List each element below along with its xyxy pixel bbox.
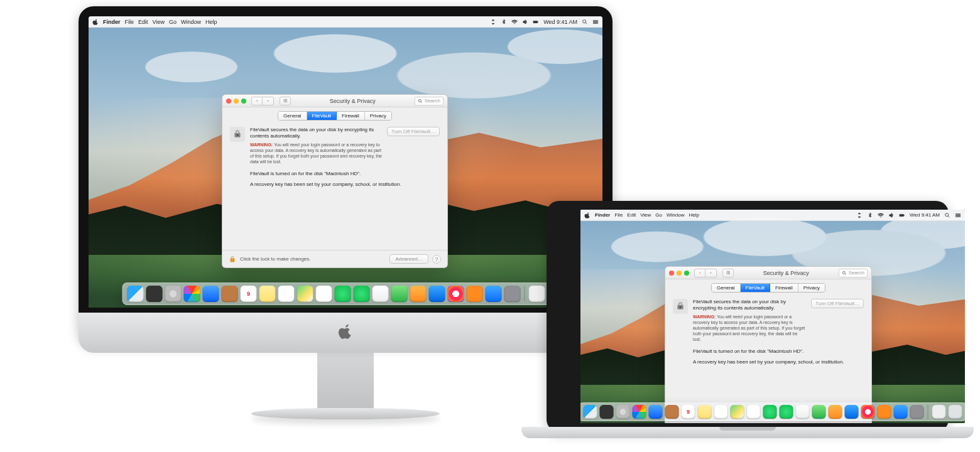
bluetooth-icon[interactable] [867, 212, 873, 218]
menubar-item[interactable]: Go [169, 19, 177, 25]
advanced-button[interactable]: Advanced… [389, 254, 428, 264]
dock-tile-ibooks[interactable] [878, 405, 891, 419]
menubar-item[interactable]: View [640, 212, 651, 218]
menubar-item[interactable]: Help [689, 212, 699, 218]
tab-firewall[interactable]: Firewall [770, 284, 798, 292]
search-field[interactable]: Search [415, 97, 444, 105]
menubar-item[interactable]: File [614, 212, 623, 218]
wifi-icon[interactable] [511, 19, 518, 25]
window-titlebar[interactable]: ‹ › ⊞ Security & Privacy Search [665, 267, 871, 279]
menubar-app-name[interactable]: Finder [103, 19, 121, 25]
dock-tile-launchpad[interactable] [616, 405, 630, 419]
dock-tile-finder[interactable] [584, 405, 597, 419]
dock-tile-photo booth[interactable] [796, 405, 810, 419]
fast-user-switch-icon[interactable] [856, 212, 863, 218]
notification-center-icon[interactable] [955, 212, 961, 218]
dock-tile-safari[interactable] [633, 405, 646, 419]
dock-tile-system preferences[interactable] [910, 405, 924, 419]
dock-tile-itunes[interactable] [861, 405, 875, 419]
battery-icon[interactable] [533, 19, 539, 25]
dock-tile-notes[interactable] [259, 286, 276, 302]
help-button[interactable]: ? [432, 255, 441, 264]
turn-off-filevault-button[interactable]: Turn Off FileVault… [387, 127, 440, 136]
dock-tile-mail[interactable] [649, 405, 663, 419]
tab-firewall[interactable]: Firewall [337, 112, 365, 120]
menubar-item[interactable]: Edit [138, 19, 148, 25]
dock-tile-calendar[interactable]: 9 [241, 286, 257, 302]
zoom-button[interactable] [684, 271, 689, 276]
bluetooth-icon[interactable] [501, 19, 507, 25]
dock-tile-pages[interactable] [410, 286, 427, 302]
dock-tile-numbers[interactable] [391, 286, 408, 302]
dock-tile-launchpad[interactable] [165, 286, 182, 302]
close-button[interactable] [669, 271, 674, 276]
fast-user-switch-icon[interactable] [490, 19, 496, 25]
dock-tile-mail[interactable] [203, 286, 219, 302]
tab-filevault[interactable]: FileVault [741, 284, 771, 292]
spotlight-icon[interactable] [944, 212, 950, 218]
volume-icon[interactable] [522, 19, 528, 25]
spotlight-icon[interactable] [582, 19, 588, 25]
dock-tile-keynote[interactable] [845, 405, 859, 419]
back-button[interactable]: ‹ [694, 269, 705, 277]
dock-tile-itunes[interactable] [448, 286, 464, 302]
forward-button[interactable]: › [705, 269, 717, 277]
dock-tile-messages[interactable] [763, 405, 777, 419]
minimize-button[interactable] [234, 99, 239, 104]
menubar-app-name[interactable]: Finder [595, 212, 610, 218]
dock-tile-downloads[interactable] [932, 405, 946, 419]
minimize-button[interactable] [677, 271, 682, 276]
menubar-item[interactable]: Window [667, 212, 684, 218]
search-field[interactable]: Search [839, 269, 868, 277]
dock-tile-dashboard[interactable] [600, 405, 614, 419]
forward-button[interactable]: › [263, 97, 274, 105]
menubar-item[interactable]: View [153, 19, 165, 25]
dock-tile-maps[interactable] [297, 286, 313, 302]
dock-tile-facetime[interactable] [780, 405, 793, 419]
menubar-clock[interactable]: Wed 9:41 AM [910, 212, 940, 218]
volume-icon[interactable] [888, 212, 895, 218]
window-titlebar[interactable]: ‹ › ⊞ Security & Privacy Search [222, 95, 447, 107]
dock-tile-numbers[interactable] [812, 405, 826, 419]
dock-tile-facetime[interactable] [354, 286, 370, 302]
show-all-button[interactable]: ⊞ [280, 97, 291, 105]
notification-center-icon[interactable] [592, 19, 599, 25]
dock-tile-app store[interactable] [486, 286, 502, 302]
show-all-button[interactable]: ⊞ [722, 269, 734, 277]
tab-filevault[interactable]: FileVault [307, 112, 337, 120]
apple-menu-icon[interactable] [584, 212, 591, 218]
dock-tile-trash[interactable] [949, 405, 962, 419]
dock-tile-safari[interactable] [184, 286, 200, 302]
dock-tile-ibooks[interactable] [467, 286, 483, 302]
menubar-item[interactable]: Help [205, 19, 217, 25]
back-button[interactable]: ‹ [251, 97, 263, 105]
dock-tile-calendar[interactable]: 9 [682, 405, 695, 419]
dock-tile-messages[interactable] [335, 286, 351, 302]
dock-tile-photos[interactable] [316, 286, 332, 302]
dock-tile-keynote[interactable] [429, 286, 445, 302]
zoom-button[interactable] [241, 99, 246, 104]
dock-tile-pages[interactable] [829, 405, 842, 419]
menubar-item[interactable]: File [125, 19, 134, 25]
dock-tile-reminders[interactable] [714, 405, 728, 419]
turn-off-filevault-button[interactable]: Turn Off FileVault… [811, 299, 864, 308]
dock-tile-contacts[interactable] [665, 405, 679, 419]
wifi-icon[interactable] [878, 212, 884, 218]
dock-tile-reminders[interactable] [278, 286, 295, 302]
menubar-item[interactable]: Go [655, 212, 662, 218]
apple-menu-icon[interactable] [92, 19, 99, 25]
menubar-item[interactable]: Window [181, 19, 201, 25]
dock-tile-notes[interactable] [698, 405, 712, 419]
lock-icon[interactable] [229, 256, 236, 263]
dock-tile-app store[interactable] [894, 405, 908, 419]
menubar-item[interactable]: Edit [627, 212, 636, 218]
tab-privacy[interactable]: Privacy [365, 112, 391, 120]
menubar-clock[interactable]: Wed 9:41 AM [543, 19, 577, 25]
dock-tile-dashboard[interactable] [146, 286, 163, 302]
dock-tile-contacts[interactable] [222, 286, 238, 302]
close-button[interactable] [226, 99, 231, 104]
tab-privacy[interactable]: Privacy [798, 284, 825, 292]
dock-tile-photo booth[interactable] [373, 286, 389, 302]
dock-tile-photos[interactable] [747, 405, 761, 419]
dock-tile-system preferences[interactable] [504, 286, 521, 302]
